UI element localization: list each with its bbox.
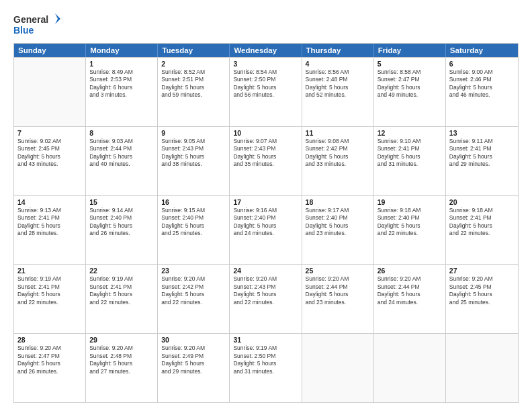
logo-svg: General Blue: [13, 12, 60, 38]
day-number: 16: [161, 198, 226, 206]
svg-text:General: General: [13, 14, 48, 25]
day-info: Sunrise: 9:20 AM Sunset: 2:42 PM Dayligh…: [161, 275, 226, 306]
day-info: Sunrise: 9:19 AM Sunset: 2:41 PM Dayligh…: [17, 275, 82, 306]
header-day-friday: Friday: [374, 44, 446, 57]
day-info: Sunrise: 8:58 AM Sunset: 2:47 PM Dayligh…: [378, 68, 442, 99]
table-row: 10Sunrise: 9:07 AM Sunset: 2:43 PM Dayli…: [230, 127, 302, 195]
day-info: Sunrise: 9:20 AM Sunset: 2:44 PM Dayligh…: [378, 275, 442, 306]
table-row: 17Sunrise: 9:16 AM Sunset: 2:40 PM Dayli…: [230, 196, 302, 265]
day-number: 27: [449, 267, 515, 275]
header-day-thursday: Thursday: [302, 44, 374, 57]
day-info: Sunrise: 9:20 AM Sunset: 2:48 PM Dayligh…: [89, 345, 154, 375]
day-info: Sunrise: 8:54 AM Sunset: 2:50 PM Dayligh…: [233, 68, 298, 99]
day-number: 22: [89, 267, 154, 275]
day-number: 18: [306, 198, 370, 206]
table-row: 14Sunrise: 9:13 AM Sunset: 2:41 PM Dayli…: [14, 196, 86, 265]
day-info: Sunrise: 9:13 AM Sunset: 2:41 PM Dayligh…: [17, 207, 82, 238]
day-info: Sunrise: 8:56 AM Sunset: 2:48 PM Dayligh…: [306, 68, 370, 99]
day-info: Sunrise: 9:18 AM Sunset: 2:41 PM Dayligh…: [449, 207, 515, 238]
table-row: 28Sunrise: 9:20 AM Sunset: 2:47 PM Dayli…: [14, 334, 86, 402]
day-info: Sunrise: 9:10 AM Sunset: 2:41 PM Dayligh…: [378, 138, 442, 169]
day-info: Sunrise: 9:19 AM Sunset: 2:50 PM Dayligh…: [233, 345, 298, 375]
table-row: 18Sunrise: 9:17 AM Sunset: 2:40 PM Dayli…: [302, 196, 374, 265]
day-info: Sunrise: 8:49 AM Sunset: 2:53 PM Dayligh…: [89, 68, 154, 99]
table-row: 27Sunrise: 9:20 AM Sunset: 2:45 PM Dayli…: [446, 265, 518, 333]
table-row: 3Sunrise: 8:54 AM Sunset: 2:50 PM Daylig…: [230, 58, 302, 126]
day-info: Sunrise: 9:11 AM Sunset: 2:41 PM Dayligh…: [449, 138, 515, 169]
table-row: 8Sunrise: 9:03 AM Sunset: 2:44 PM Daylig…: [86, 127, 158, 195]
day-number: 5: [378, 60, 442, 68]
day-number: 17: [233, 198, 298, 206]
week-5: 28Sunrise: 9:20 AM Sunset: 2:47 PM Dayli…: [14, 333, 518, 402]
table-row: 26Sunrise: 9:20 AM Sunset: 2:44 PM Dayli…: [374, 265, 446, 333]
day-number: 10: [233, 129, 298, 137]
table-row: 20Sunrise: 9:18 AM Sunset: 2:41 PM Dayli…: [446, 196, 518, 265]
week-4: 21Sunrise: 9:19 AM Sunset: 2:41 PM Dayli…: [14, 264, 518, 333]
page: General Blue SundayMondayTuesdayWednesda…: [0, 0, 532, 411]
day-info: Sunrise: 9:19 AM Sunset: 2:41 PM Dayligh…: [89, 275, 154, 306]
week-3: 14Sunrise: 9:13 AM Sunset: 2:41 PM Dayli…: [14, 195, 518, 265]
day-number: 12: [378, 129, 442, 137]
table-row: [302, 334, 374, 402]
day-number: 29: [89, 336, 154, 344]
day-info: Sunrise: 9:17 AM Sunset: 2:40 PM Dayligh…: [306, 207, 370, 238]
logo: General Blue: [13, 12, 60, 38]
calendar-body: 1Sunrise: 8:49 AM Sunset: 2:53 PM Daylig…: [14, 57, 518, 402]
header-day-wednesday: Wednesday: [230, 44, 302, 57]
svg-marker-1: [55, 13, 60, 24]
day-number: 7: [17, 129, 82, 137]
day-info: Sunrise: 9:03 AM Sunset: 2:44 PM Dayligh…: [89, 138, 154, 169]
day-info: Sunrise: 9:20 AM Sunset: 2:47 PM Dayligh…: [17, 345, 82, 375]
day-number: 6: [449, 60, 515, 68]
day-number: 9: [161, 129, 226, 137]
table-row: 1Sunrise: 8:49 AM Sunset: 2:53 PM Daylig…: [86, 58, 158, 126]
day-number: 13: [449, 129, 515, 137]
day-info: Sunrise: 9:07 AM Sunset: 2:43 PM Dayligh…: [233, 138, 298, 169]
table-row: 21Sunrise: 9:19 AM Sunset: 2:41 PM Dayli…: [14, 265, 86, 333]
day-number: 21: [17, 267, 82, 275]
table-row: 12Sunrise: 9:10 AM Sunset: 2:41 PM Dayli…: [374, 127, 446, 195]
day-info: Sunrise: 9:08 AM Sunset: 2:42 PM Dayligh…: [306, 138, 370, 169]
day-number: 30: [161, 336, 226, 344]
day-number: 15: [89, 198, 154, 206]
header-day-monday: Monday: [86, 44, 158, 57]
table-row: 24Sunrise: 9:20 AM Sunset: 2:43 PM Dayli…: [230, 265, 302, 333]
header-day-sunday: Sunday: [14, 44, 86, 57]
day-number: 14: [17, 198, 82, 206]
table-row: 25Sunrise: 9:20 AM Sunset: 2:44 PM Dayli…: [302, 265, 374, 333]
day-number: 4: [306, 60, 370, 68]
table-row: 16Sunrise: 9:15 AM Sunset: 2:40 PM Dayli…: [158, 196, 230, 265]
day-number: 11: [306, 129, 370, 137]
day-number: 2: [161, 60, 226, 68]
day-info: Sunrise: 9:00 AM Sunset: 2:46 PM Dayligh…: [449, 68, 515, 99]
day-number: 25: [306, 267, 370, 275]
day-info: Sunrise: 9:15 AM Sunset: 2:40 PM Dayligh…: [161, 207, 226, 238]
day-number: 8: [89, 129, 154, 137]
table-row: 2Sunrise: 8:52 AM Sunset: 2:51 PM Daylig…: [158, 58, 230, 126]
table-row: [446, 334, 518, 402]
day-number: 1: [89, 60, 154, 68]
day-number: 24: [233, 267, 298, 275]
table-row: 15Sunrise: 9:14 AM Sunset: 2:40 PM Dayli…: [86, 196, 158, 265]
calendar: SundayMondayTuesdayWednesdayThursdayFrid…: [13, 43, 519, 403]
day-number: 28: [17, 336, 82, 344]
day-number: 19: [378, 198, 442, 206]
table-row: 5Sunrise: 8:58 AM Sunset: 2:47 PM Daylig…: [374, 58, 446, 126]
week-1: 1Sunrise: 8:49 AM Sunset: 2:53 PM Daylig…: [14, 57, 518, 126]
header-day-saturday: Saturday: [446, 44, 518, 57]
header: General Blue: [13, 12, 519, 38]
table-row: 13Sunrise: 9:11 AM Sunset: 2:41 PM Dayli…: [446, 127, 518, 195]
day-info: Sunrise: 9:20 AM Sunset: 2:45 PM Dayligh…: [449, 275, 515, 306]
day-info: Sunrise: 9:05 AM Sunset: 2:43 PM Dayligh…: [161, 138, 226, 169]
table-row: 11Sunrise: 9:08 AM Sunset: 2:42 PM Dayli…: [302, 127, 374, 195]
day-info: Sunrise: 9:20 AM Sunset: 2:44 PM Dayligh…: [306, 275, 370, 306]
day-info: Sunrise: 8:52 AM Sunset: 2:51 PM Dayligh…: [161, 68, 226, 99]
table-row: 6Sunrise: 9:00 AM Sunset: 2:46 PM Daylig…: [446, 58, 518, 126]
table-row: 31Sunrise: 9:19 AM Sunset: 2:50 PM Dayli…: [230, 334, 302, 402]
week-2: 7Sunrise: 9:02 AM Sunset: 2:45 PM Daylig…: [14, 126, 518, 195]
header-day-tuesday: Tuesday: [158, 44, 230, 57]
table-row: 30Sunrise: 9:20 AM Sunset: 2:49 PM Dayli…: [158, 334, 230, 402]
day-info: Sunrise: 9:16 AM Sunset: 2:40 PM Dayligh…: [233, 207, 298, 238]
calendar-header-row: SundayMondayTuesdayWednesdayThursdayFrid…: [14, 44, 518, 57]
day-info: Sunrise: 9:20 AM Sunset: 2:49 PM Dayligh…: [161, 345, 226, 375]
